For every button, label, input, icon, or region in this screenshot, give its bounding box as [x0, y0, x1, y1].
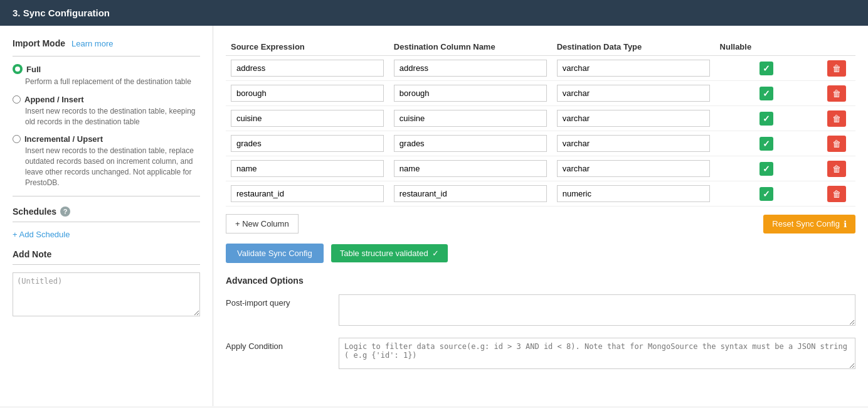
advanced-options-section: Advanced Options Post-import query Apply…: [226, 276, 855, 371]
post-import-row: Post-import query: [226, 294, 855, 328]
table-row: 🗑: [226, 131, 855, 156]
source-expression-input[interactable]: [231, 135, 384, 152]
append-desc: Insert new records to the destination ta…: [25, 106, 200, 127]
delete-row-button[interactable]: 🗑: [827, 136, 846, 152]
header-nullable: Nullable: [715, 38, 818, 56]
left-panel: Import Mode Learn more Full Perform a fu…: [0, 26, 213, 406]
append-radio[interactable]: [13, 95, 21, 104]
apply-condition-row: Apply Condition: [226, 338, 855, 371]
source-expression-input[interactable]: [231, 60, 384, 77]
incremental-radio[interactable]: [13, 135, 21, 143]
nullable-checkbox[interactable]: [760, 187, 773, 201]
table-row: 🗑: [226, 81, 855, 106]
import-mode-heading: Import Mode: [13, 38, 65, 48]
note-textarea[interactable]: (Untitled): [13, 272, 200, 316]
source-expression-input[interactable]: [231, 160, 384, 177]
header-source-expression: Source Expression: [226, 38, 389, 56]
checkmark-icon: ✓: [432, 249, 439, 258]
validated-badge: Table structure validated ✓: [331, 244, 448, 262]
incremental-label: Incremental / Upsert: [24, 134, 103, 144]
append-label: Append / Insert: [24, 95, 84, 104]
apply-condition-label: Apply Condition: [226, 338, 326, 351]
dest-col-name-input[interactable]: [394, 160, 547, 177]
dest-col-name-input[interactable]: [394, 60, 547, 77]
delete-row-button[interactable]: 🗑: [827, 60, 846, 77]
add-schedule-link[interactable]: + Add Schedule: [13, 230, 200, 239]
dest-data-type-input[interactable]: [557, 185, 710, 202]
dest-data-type-input[interactable]: [557, 60, 710, 77]
table-row: 🗑: [226, 156, 855, 181]
title-text: 3. Sync Configuration: [13, 8, 110, 18]
validate-button[interactable]: Validate Sync Config: [226, 244, 324, 263]
reset-info-icon: ℹ: [844, 219, 847, 229]
incremental-desc: Insert new records to the destination ta…: [25, 146, 200, 188]
nullable-checkbox[interactable]: [760, 112, 773, 126]
dest-col-name-input[interactable]: [394, 185, 547, 202]
full-label: Full: [26, 65, 41, 74]
table-actions-row: + New Column Reset Sync Config ℹ: [226, 214, 855, 234]
delete-row-button[interactable]: 🗑: [827, 85, 846, 102]
apply-condition-input-container: [339, 338, 855, 371]
header-dest-col-name: Destination Column Name: [389, 38, 552, 56]
nullable-checkbox[interactable]: [760, 87, 773, 100]
table-row: 🗑: [226, 56, 855, 81]
add-note-heading: Add Note: [13, 249, 200, 259]
dest-data-type-input[interactable]: [557, 110, 710, 127]
incremental-option: Incremental / Upsert Insert new records …: [13, 134, 200, 188]
header-dest-data-type: Destination Data Type: [552, 38, 715, 56]
full-desc: Perform a full replacement of the destin…: [25, 77, 200, 87]
validate-row: Validate Sync Config Table structure val…: [226, 244, 855, 263]
post-import-label: Post-import query: [226, 294, 326, 308]
append-option: Append / Insert Insert new records to th…: [13, 95, 200, 127]
advanced-options-heading: Advanced Options: [226, 276, 855, 286]
right-panel: Source Expression Destination Column Nam…: [213, 26, 868, 406]
source-expression-input[interactable]: [231, 85, 384, 102]
delete-row-button[interactable]: 🗑: [827, 161, 846, 177]
post-import-textarea[interactable]: [339, 294, 855, 326]
table-row: 🗑: [226, 106, 855, 131]
dest-col-name-input[interactable]: [394, 110, 547, 127]
learn-more-link[interactable]: Learn more: [71, 39, 113, 48]
delete-row-button[interactable]: 🗑: [827, 186, 846, 202]
source-expression-input[interactable]: [231, 185, 384, 202]
reset-sync-label: Reset Sync Config: [772, 219, 840, 228]
full-radio-selected[interactable]: [13, 64, 23, 74]
post-import-input-container: [339, 294, 855, 328]
dest-data-type-input[interactable]: [557, 135, 710, 152]
validated-label: Table structure validated: [340, 249, 428, 258]
delete-row-button[interactable]: 🗑: [827, 110, 846, 127]
nullable-checkbox[interactable]: [760, 62, 773, 75]
nullable-checkbox[interactable]: [760, 137, 773, 151]
full-option: Full Perform a full replacement of the d…: [13, 64, 200, 87]
column-mapping-table: Source Expression Destination Column Nam…: [226, 38, 855, 207]
header-delete: [818, 38, 855, 56]
new-column-button[interactable]: + New Column: [226, 214, 299, 234]
reset-sync-button[interactable]: Reset Sync Config ℹ: [763, 215, 855, 234]
dest-col-name-input[interactable]: [394, 85, 547, 102]
schedules-heading: Schedules: [13, 207, 56, 217]
dest-col-name-input[interactable]: [394, 135, 547, 152]
schedules-help-icon[interactable]: ?: [60, 207, 70, 217]
source-expression-input[interactable]: [231, 110, 384, 127]
table-row: 🗑: [226, 181, 855, 207]
nullable-checkbox[interactable]: [760, 162, 773, 176]
dest-data-type-input[interactable]: [557, 85, 710, 102]
title-bar: 3. Sync Configuration: [0, 0, 868, 26]
apply-condition-textarea[interactable]: [339, 338, 855, 369]
dest-data-type-input[interactable]: [557, 160, 710, 177]
